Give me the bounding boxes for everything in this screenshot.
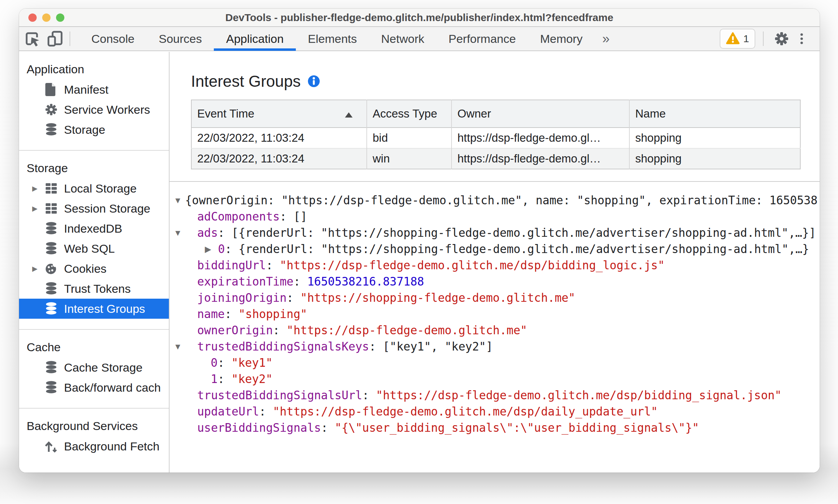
tree-segment-key: name xyxy=(197,307,225,321)
inspect-element-icon[interactable] xyxy=(22,29,42,48)
devtools-toolbar: ConsoleSourcesApplicationElementsNetwork… xyxy=(19,27,820,51)
tree-segment-plain: : xyxy=(225,307,238,321)
sidebar-item-label: Cookies xyxy=(64,262,107,276)
sidebar-item-background-fetch[interactable]: Background Fetch xyxy=(19,436,169,456)
tree-segment-key: updateUrl xyxy=(197,405,259,418)
expander-icon[interactable]: ▶ xyxy=(32,204,37,213)
tree-segment-str: "{\"user_bidding_signals\":\"user_biddin… xyxy=(335,421,699,435)
tree-line[interactable]: ▶0: {renderUrl: "https://shopping-fledge… xyxy=(170,241,820,257)
tree-segment-key: trustedBiddingSignalsUrl xyxy=(197,389,362,402)
column-header-access-type[interactable]: Access Type xyxy=(367,100,452,128)
tree-segment-plain: : xyxy=(259,405,273,418)
interest-groups-table: Event TimeAccess TypeOwnerName22/03/2022… xyxy=(191,100,801,169)
tree-line[interactable]: ▼trustedBiddingSignalsKeys: ["key1", "ke… xyxy=(170,338,820,355)
tree-line[interactable]: trustedBiddingSignalsUrl: "https://dsp-f… xyxy=(170,387,820,403)
sidebar-section-application: ApplicationManifestService WorkersStorag… xyxy=(19,52,169,151)
tree-line[interactable]: joiningOrigin: "https://shopping-fledge-… xyxy=(170,290,820,306)
tree-segment-key: 0 xyxy=(211,356,218,370)
sidebar-item-web-sql[interactable]: Web SQL xyxy=(19,239,169,259)
tab-memory[interactable]: Memory xyxy=(528,27,595,51)
database-icon xyxy=(44,221,58,236)
table-row[interactable]: 22/03/2022, 11:03:24winhttps://dsp-fledg… xyxy=(191,148,800,169)
settings-gear-icon[interactable] xyxy=(772,29,791,48)
interest-group-details-tree: ▼{ownerOrigin: "https://dsp-fledge-demo.… xyxy=(170,181,820,436)
sidebar-item-local-storage[interactable]: ▶Local Storage xyxy=(19,178,169,198)
tree-expander-icon[interactable]: ▼ xyxy=(174,192,182,208)
device-toolbar-icon[interactable] xyxy=(45,29,65,48)
database-icon xyxy=(44,281,58,296)
tree-line[interactable]: 1: "key2" xyxy=(170,371,820,387)
panel-tabs: ConsoleSourcesApplicationElementsNetwork… xyxy=(79,27,595,51)
sidebar-item-indexeddb[interactable]: IndexedDB xyxy=(19,218,169,239)
sidebar-item-label: Session Storage xyxy=(64,202,151,215)
tree-segment-key: ads xyxy=(197,226,218,240)
tab-application[interactable]: Application xyxy=(214,27,295,51)
info-icon[interactable] xyxy=(308,75,320,89)
devtools-window: DevTools - publisher-fledge-demo.glitch.… xyxy=(19,9,820,473)
more-options-kebab-icon[interactable] xyxy=(792,29,811,48)
sidebar-item-session-storage[interactable]: ▶Session Storage xyxy=(19,198,169,218)
tree-expander-icon[interactable]: ▶ xyxy=(205,241,211,257)
column-header-name[interactable]: Name xyxy=(629,100,800,128)
sidebar-item-manifest[interactable]: Manifest xyxy=(19,80,169,100)
file-icon xyxy=(44,82,58,97)
table-cell: 22/03/2022, 11:03:24 xyxy=(191,148,367,169)
tab-label: Console xyxy=(91,32,135,46)
sidebar-item-trust-tokens[interactable]: Trust Tokens xyxy=(19,279,169,299)
tab-console[interactable]: Console xyxy=(79,27,147,51)
tree-segment-key: joiningOrigin xyxy=(197,291,286,305)
tree-line[interactable]: userBiddingSignals: "{\"user_bidding_sig… xyxy=(170,420,820,436)
sidebar-item-label: Local Storage xyxy=(64,182,137,195)
tab-performance[interactable]: Performance xyxy=(436,27,528,51)
sidebar-item-label: Interest Groups xyxy=(64,302,145,316)
tree-expander-icon[interactable]: ▼ xyxy=(174,338,182,355)
sidebar-section-title: Storage xyxy=(19,158,169,178)
column-header-event-time[interactable]: Event Time xyxy=(191,100,367,128)
issues-badge[interactable]: 1 xyxy=(720,29,755,49)
more-tabs-button[interactable]: » xyxy=(595,31,617,46)
tree-line[interactable]: name: "shopping" xyxy=(170,306,820,322)
tree-segment-key: adComponents xyxy=(197,210,280,223)
sidebar-item-interest-groups[interactable]: Interest Groups xyxy=(19,299,169,319)
tree-segment-str: "key2" xyxy=(231,372,273,386)
table-row[interactable]: 22/03/2022, 11:03:24bidhttps://dsp-fledg… xyxy=(191,128,800,148)
tree-segment-key: biddingUrl xyxy=(197,259,266,272)
toolbar-separator xyxy=(70,31,70,46)
sidebar-item-cookies[interactable]: ▶Cookies xyxy=(19,259,169,279)
tab-label: Performance xyxy=(448,32,516,46)
sidebar-item-service-workers[interactable]: Service Workers xyxy=(19,100,169,120)
tree-segment-plain: : [] xyxy=(280,210,307,223)
sidebar-item-label: Background Fetch xyxy=(64,440,160,453)
sidebar-item-label: Cache Storage xyxy=(64,361,143,374)
tree-segment-plain: : xyxy=(266,259,280,272)
tree-expander-icon[interactable]: ▼ xyxy=(174,225,182,241)
table-cell: win xyxy=(367,148,452,169)
application-sidebar: ApplicationManifestService WorkersStorag… xyxy=(19,52,170,473)
tree-line[interactable]: ▼ads: [{renderUrl: "https://shopping-fle… xyxy=(170,225,820,241)
sidebar-item-label: IndexedDB xyxy=(64,222,122,235)
gear-icon xyxy=(44,102,58,117)
tree-line[interactable]: biddingUrl: "https://dsp-fledge-demo.gli… xyxy=(170,257,820,273)
tab-sources[interactable]: Sources xyxy=(147,27,214,51)
tree-line[interactable]: adComponents: [] xyxy=(170,208,820,225)
tree-line[interactable]: 0: "key1" xyxy=(170,355,820,371)
sidebar-item-storage[interactable]: Storage xyxy=(19,120,169,140)
expander-icon[interactable]: ▶ xyxy=(32,264,37,273)
interest-groups-panel: Interest Groups Event TimeAccess TypeOwn… xyxy=(170,52,820,473)
database-icon xyxy=(44,301,58,316)
tab-network[interactable]: Network xyxy=(369,27,437,51)
sidebar-item-label: Manifest xyxy=(64,83,109,96)
tab-elements[interactable]: Elements xyxy=(296,27,369,51)
tree-segment-plain: : [{renderUrl: "https://shopping-fledge-… xyxy=(218,226,816,240)
expander-icon[interactable]: ▶ xyxy=(32,184,37,193)
database-icon xyxy=(44,380,58,395)
tree-segment-plain: : xyxy=(321,421,335,435)
sidebar-item-back-forward-cach[interactable]: Back/forward cach xyxy=(19,377,169,398)
tree-line[interactable]: ▼{ownerOrigin: "https://dsp-fledge-demo.… xyxy=(170,192,820,208)
tree-line[interactable]: ownerOrigin: "https://dsp-fledge-demo.gl… xyxy=(170,322,820,338)
tree-line[interactable]: expirationTime: 1650538216.837188 xyxy=(170,273,820,290)
sidebar-item-cache-storage[interactable]: Cache Storage xyxy=(19,357,169,377)
tree-line[interactable]: updateUrl: "https://dsp-fledge-demo.glit… xyxy=(170,403,820,420)
column-header-owner[interactable]: Owner xyxy=(452,100,629,128)
tree-segment-plain: : xyxy=(293,275,307,288)
